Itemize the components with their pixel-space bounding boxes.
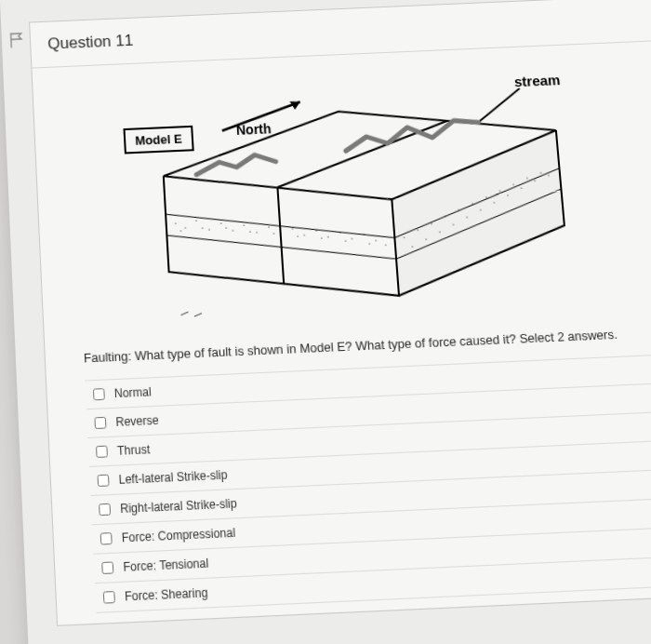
option-label: Force: Compressional bbox=[121, 525, 235, 544]
svg-line-60 bbox=[180, 312, 188, 315]
option-checkbox[interactable] bbox=[100, 531, 113, 544]
option-label: Normal bbox=[113, 384, 152, 400]
option-checkbox[interactable] bbox=[93, 388, 105, 400]
answer-options: Normal Reverse Thrust Left-lateral Strik… bbox=[85, 354, 651, 612]
option-label: Left-lateral Strike-slip bbox=[118, 467, 228, 486]
option-checkbox[interactable] bbox=[97, 474, 109, 486]
option-checkbox[interactable] bbox=[94, 416, 106, 428]
north-label: North bbox=[235, 121, 272, 138]
svg-line-61 bbox=[194, 314, 202, 316]
question-number: Question 11 bbox=[47, 32, 134, 54]
option-label: Thrust bbox=[117, 442, 151, 458]
stream-label: stream bbox=[513, 72, 561, 89]
option-checkbox[interactable] bbox=[103, 590, 115, 603]
flag-icon[interactable] bbox=[9, 32, 25, 49]
option-checkbox[interactable] bbox=[99, 503, 111, 515]
option-label: Force: Tensional bbox=[123, 556, 209, 573]
option-label: Force: Shearing bbox=[125, 585, 208, 603]
question-card: Question 11 Model E North stream bbox=[29, 0, 651, 625]
block-diagram-svg bbox=[102, 62, 630, 333]
option-label: Right-lateral Strike-slip bbox=[120, 496, 237, 516]
option-checkbox[interactable] bbox=[101, 561, 113, 574]
question-body: Model E North stream bbox=[32, 41, 651, 624]
fault-diagram: Model E North stream bbox=[102, 62, 630, 333]
svg-line-2 bbox=[475, 88, 522, 122]
model-label: Model E bbox=[123, 126, 193, 154]
option-label: Reverse bbox=[115, 413, 159, 429]
option-checkbox[interactable] bbox=[96, 445, 108, 457]
